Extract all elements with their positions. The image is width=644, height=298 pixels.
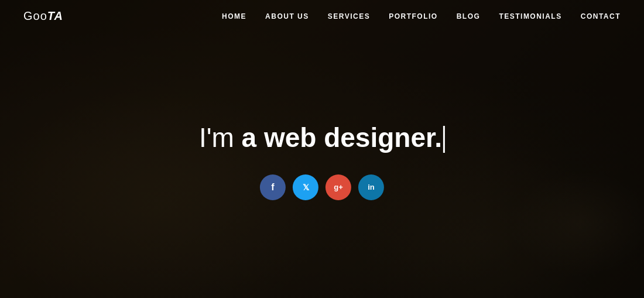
navbar: GooTA HOME ABOUT US SERVICES PORTFOLIO B… xyxy=(0,0,644,32)
hero-title-normal: I'm xyxy=(199,122,242,153)
nav-item-testimonials[interactable]: TESTIMONIALS xyxy=(499,12,561,20)
nav-item-contact[interactable]: CONTACT xyxy=(581,12,621,20)
nav-links: HOME ABOUT US SERVICES PORTFOLIO BLOG TE… xyxy=(222,11,621,21)
social-gplus-button[interactable]: g+ xyxy=(326,174,351,200)
nav-item-portfolio[interactable]: PORTFOLIO xyxy=(389,12,438,20)
nav-item-services[interactable]: SERVICES xyxy=(328,12,370,20)
hero-content: I'm a web designer. f 𝕏 g+ in xyxy=(199,122,445,200)
logo-text-ta: TA xyxy=(47,9,63,22)
social-icons: f 𝕏 g+ in xyxy=(199,174,445,200)
social-linkedin-button[interactable]: in xyxy=(358,174,384,200)
cursor-blink xyxy=(443,126,445,153)
logo-text-goo: Goo xyxy=(23,9,47,22)
logo[interactable]: GooTA xyxy=(23,9,63,23)
social-twitter-button[interactable]: 𝕏 xyxy=(293,174,318,200)
nav-item-about[interactable]: ABOUT US xyxy=(265,12,309,20)
nav-item-home[interactable]: HOME xyxy=(222,12,246,20)
hero-section: GooTA HOME ABOUT US SERVICES PORTFOLIO B… xyxy=(0,0,644,298)
nav-item-blog[interactable]: BLOG xyxy=(457,12,481,20)
hero-title-bold: a web designer. xyxy=(242,122,443,153)
hero-title: I'm a web designer. xyxy=(199,122,445,153)
social-facebook-button[interactable]: f xyxy=(260,174,286,200)
